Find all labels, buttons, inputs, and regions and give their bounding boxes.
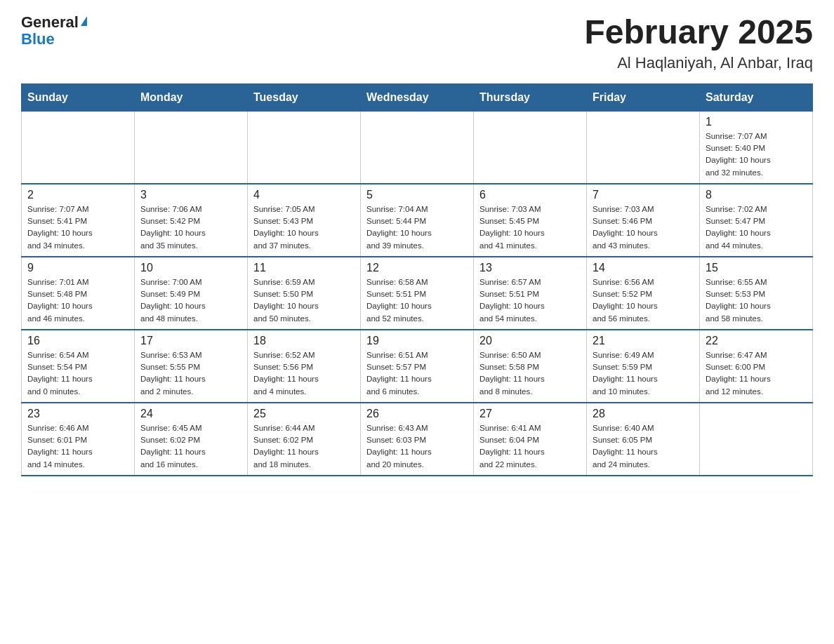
day-info: Sunrise: 6:55 AM Sunset: 5:53 PM Dayligh…	[706, 276, 807, 325]
calendar-cell: 1Sunrise: 7:07 AM Sunset: 5:40 PM Daylig…	[700, 111, 813, 184]
calendar-cell	[248, 111, 361, 184]
calendar-week-1: 1Sunrise: 7:07 AM Sunset: 5:40 PM Daylig…	[22, 111, 813, 184]
day-number: 10	[140, 262, 241, 274]
header-monday: Monday	[135, 83, 248, 111]
day-number: 21	[593, 335, 694, 347]
day-info: Sunrise: 7:00 AM Sunset: 5:49 PM Dayligh…	[140, 276, 241, 325]
calendar-cell: 6Sunrise: 7:03 AM Sunset: 5:45 PM Daylig…	[474, 184, 587, 257]
day-number: 5	[366, 189, 468, 201]
day-info: Sunrise: 6:47 AM Sunset: 6:00 PM Dayligh…	[706, 349, 807, 398]
calendar-cell: 15Sunrise: 6:55 AM Sunset: 5:53 PM Dayli…	[700, 257, 813, 330]
calendar-week-4: 16Sunrise: 6:54 AM Sunset: 5:54 PM Dayli…	[22, 330, 813, 403]
day-info: Sunrise: 6:43 AM Sunset: 6:03 PM Dayligh…	[366, 422, 468, 471]
day-info: Sunrise: 7:06 AM Sunset: 5:42 PM Dayligh…	[140, 203, 241, 252]
calendar-cell: 13Sunrise: 6:57 AM Sunset: 5:51 PM Dayli…	[474, 257, 587, 330]
day-info: Sunrise: 6:46 AM Sunset: 6:01 PM Dayligh…	[27, 422, 128, 471]
day-info: Sunrise: 6:56 AM Sunset: 5:52 PM Dayligh…	[593, 276, 694, 325]
title-block: February 2025 Al Haqlaniyah, Al Anbar, I…	[584, 14, 813, 72]
page-header: General Blue February 2025 Al Haqlaniyah…	[21, 14, 813, 72]
calendar-cell: 8Sunrise: 7:02 AM Sunset: 5:47 PM Daylig…	[700, 184, 813, 257]
calendar-header-row: SundayMondayTuesdayWednesdayThursdayFrid…	[22, 83, 813, 111]
day-number: 17	[140, 335, 241, 347]
day-number: 12	[366, 262, 468, 274]
day-info: Sunrise: 6:44 AM Sunset: 6:02 PM Dayligh…	[253, 422, 355, 471]
day-number: 13	[479, 262, 581, 274]
day-info: Sunrise: 7:01 AM Sunset: 5:48 PM Dayligh…	[27, 276, 128, 325]
calendar-week-3: 9Sunrise: 7:01 AM Sunset: 5:48 PM Daylig…	[22, 257, 813, 330]
calendar-cell: 9Sunrise: 7:01 AM Sunset: 5:48 PM Daylig…	[22, 257, 135, 330]
logo-triangle-icon	[81, 16, 87, 26]
day-number: 24	[140, 408, 241, 420]
day-number: 28	[593, 408, 694, 420]
day-number: 26	[366, 408, 468, 420]
calendar-cell	[474, 111, 587, 184]
calendar-cell	[22, 111, 135, 184]
day-number: 11	[253, 262, 355, 274]
calendar-cell: 3Sunrise: 7:06 AM Sunset: 5:42 PM Daylig…	[135, 184, 248, 257]
day-info: Sunrise: 6:49 AM Sunset: 5:59 PM Dayligh…	[593, 349, 694, 398]
day-info: Sunrise: 6:59 AM Sunset: 5:50 PM Dayligh…	[253, 276, 355, 325]
calendar-week-5: 23Sunrise: 6:46 AM Sunset: 6:01 PM Dayli…	[22, 403, 813, 476]
day-info: Sunrise: 7:02 AM Sunset: 5:47 PM Dayligh…	[706, 203, 807, 252]
day-info: Sunrise: 7:07 AM Sunset: 5:41 PM Dayligh…	[27, 203, 128, 252]
calendar-cell: 24Sunrise: 6:45 AM Sunset: 6:02 PM Dayli…	[135, 403, 248, 476]
header-tuesday: Tuesday	[248, 83, 361, 111]
calendar-cell: 2Sunrise: 7:07 AM Sunset: 5:41 PM Daylig…	[22, 184, 135, 257]
calendar-cell	[135, 111, 248, 184]
header-thursday: Thursday	[474, 83, 587, 111]
day-number: 4	[253, 189, 355, 201]
day-number: 1	[706, 116, 807, 128]
day-info: Sunrise: 7:04 AM Sunset: 5:44 PM Dayligh…	[366, 203, 468, 252]
calendar-cell: 12Sunrise: 6:58 AM Sunset: 5:51 PM Dayli…	[361, 257, 474, 330]
day-number: 2	[27, 189, 128, 201]
day-info: Sunrise: 7:03 AM Sunset: 5:45 PM Dayligh…	[479, 203, 581, 252]
calendar-cell: 4Sunrise: 7:05 AM Sunset: 5:43 PM Daylig…	[248, 184, 361, 257]
day-number: 27	[479, 408, 581, 420]
day-info: Sunrise: 6:54 AM Sunset: 5:54 PM Dayligh…	[27, 349, 128, 398]
day-number: 25	[253, 408, 355, 420]
day-number: 23	[27, 408, 128, 420]
day-number: 18	[253, 335, 355, 347]
day-number: 16	[27, 335, 128, 347]
calendar-cell: 7Sunrise: 7:03 AM Sunset: 5:46 PM Daylig…	[587, 184, 700, 257]
calendar-week-2: 2Sunrise: 7:07 AM Sunset: 5:41 PM Daylig…	[22, 184, 813, 257]
day-number: 22	[706, 335, 807, 347]
calendar-cell: 22Sunrise: 6:47 AM Sunset: 6:00 PM Dayli…	[700, 330, 813, 403]
calendar-cell: 20Sunrise: 6:50 AM Sunset: 5:58 PM Dayli…	[474, 330, 587, 403]
day-info: Sunrise: 6:52 AM Sunset: 5:56 PM Dayligh…	[253, 349, 355, 398]
location-title: Al Haqlaniyah, Al Anbar, Iraq	[584, 54, 813, 72]
calendar-cell: 11Sunrise: 6:59 AM Sunset: 5:50 PM Dayli…	[248, 257, 361, 330]
logo-blue-text: Blue	[21, 31, 55, 48]
calendar-cell: 5Sunrise: 7:04 AM Sunset: 5:44 PM Daylig…	[361, 184, 474, 257]
day-number: 9	[27, 262, 128, 274]
header-sunday: Sunday	[22, 83, 135, 111]
calendar-cell: 16Sunrise: 6:54 AM Sunset: 5:54 PM Dayli…	[22, 330, 135, 403]
calendar-cell: 28Sunrise: 6:40 AM Sunset: 6:05 PM Dayli…	[587, 403, 700, 476]
month-title: February 2025	[584, 14, 813, 51]
day-info: Sunrise: 6:57 AM Sunset: 5:51 PM Dayligh…	[479, 276, 581, 325]
logo-general-text: General	[21, 14, 79, 31]
calendar-cell: 21Sunrise: 6:49 AM Sunset: 5:59 PM Dayli…	[587, 330, 700, 403]
calendar-cell: 26Sunrise: 6:43 AM Sunset: 6:03 PM Dayli…	[361, 403, 474, 476]
day-info: Sunrise: 6:40 AM Sunset: 6:05 PM Dayligh…	[593, 422, 694, 471]
calendar-cell	[361, 111, 474, 184]
calendar-cell: 25Sunrise: 6:44 AM Sunset: 6:02 PM Dayli…	[248, 403, 361, 476]
calendar-cell	[700, 403, 813, 476]
calendar-cell	[587, 111, 700, 184]
day-number: 3	[140, 189, 241, 201]
day-info: Sunrise: 6:50 AM Sunset: 5:58 PM Dayligh…	[479, 349, 581, 398]
day-info: Sunrise: 7:07 AM Sunset: 5:40 PM Dayligh…	[706, 130, 807, 179]
calendar-cell: 27Sunrise: 6:41 AM Sunset: 6:04 PM Dayli…	[474, 403, 587, 476]
calendar-cell: 19Sunrise: 6:51 AM Sunset: 5:57 PM Dayli…	[361, 330, 474, 403]
day-info: Sunrise: 6:53 AM Sunset: 5:55 PM Dayligh…	[140, 349, 241, 398]
header-friday: Friday	[587, 83, 700, 111]
calendar-table: SundayMondayTuesdayWednesdayThursdayFrid…	[21, 83, 813, 476]
header-saturday: Saturday	[700, 83, 813, 111]
calendar-cell: 18Sunrise: 6:52 AM Sunset: 5:56 PM Dayli…	[248, 330, 361, 403]
day-info: Sunrise: 6:45 AM Sunset: 6:02 PM Dayligh…	[140, 422, 241, 471]
day-info: Sunrise: 6:51 AM Sunset: 5:57 PM Dayligh…	[366, 349, 468, 398]
day-number: 14	[593, 262, 694, 274]
day-number: 20	[479, 335, 581, 347]
calendar-cell: 14Sunrise: 6:56 AM Sunset: 5:52 PM Dayli…	[587, 257, 700, 330]
day-number: 15	[706, 262, 807, 274]
